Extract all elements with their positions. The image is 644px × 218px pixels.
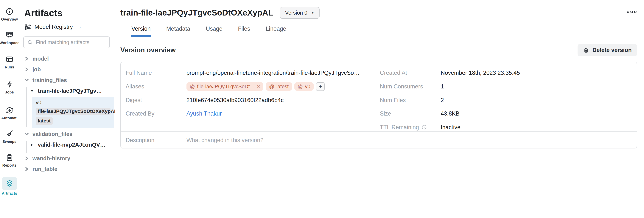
arrow-right-icon: →: [76, 24, 82, 30]
alias-chip[interactable]: @ v0: [294, 82, 314, 91]
nav-label: Artifacts: [2, 191, 17, 195]
tree-item-validation-files[interactable]: validation_files: [19, 129, 114, 139]
field-created-by: Created By Ayush Thakur: [126, 107, 222, 121]
nav-label: Reports: [2, 163, 16, 167]
tab-files[interactable]: Files: [238, 26, 250, 37]
page-title: train-file-laeJPQyJTgvcSoDtOXeXypAL: [120, 8, 273, 17]
full-name-value: prompt-eng/openai-finetune-integration/t…: [186, 70, 360, 76]
model-registry-icon: [24, 23, 31, 30]
triangle-right-icon: ▸: [30, 142, 34, 147]
chevron-right-icon: [25, 67, 29, 72]
tab-lineage[interactable]: Lineage: [266, 26, 286, 37]
delete-version-button[interactable]: Delete version: [578, 44, 637, 56]
tree-item-job[interactable]: job: [19, 64, 114, 75]
nav-item-artifacts[interactable]: Artifacts: [0, 177, 19, 195]
trash-icon: [583, 47, 589, 53]
tab-version[interactable]: Version: [132, 26, 151, 37]
field-num-files: Num Files 2: [380, 93, 444, 107]
nav-item-overview[interactable]: Overview: [0, 7, 19, 22]
nav-item-jobs[interactable]: Jobs: [0, 80, 19, 94]
nav-label: Runs: [5, 65, 14, 69]
remove-alias-icon[interactable]: ×: [257, 83, 260, 90]
search-icon: [27, 40, 33, 45]
automations-icon: [5, 106, 14, 115]
field-full-name: Full Name prompt-eng/openai-finetune-int…: [126, 66, 360, 80]
card-divider: [121, 131, 637, 132]
ttl-value: Inactive: [441, 124, 460, 131]
tab-bar: Version Metadata Usage Files Lineage: [114, 26, 644, 37]
chevron-down-icon: [25, 132, 29, 136]
main-content: train-file-laeJPQyJTgvcSoDtOXeXypAL Vers…: [114, 0, 644, 218]
alias-chip[interactable]: @ file-laeJPQyJTgvcSoDt… ×: [186, 82, 264, 91]
tab-usage[interactable]: Usage: [206, 26, 222, 37]
nav-label: Sweeps: [2, 139, 16, 144]
version-label: v0: [36, 99, 110, 106]
field-ttl: TTL Remaining Inactive: [380, 120, 460, 134]
nav-rail: Overview Workspace Runs Jobs: [0, 0, 19, 218]
model-registry-label: Model Registry: [34, 24, 73, 30]
field-num-consumers: Num Consumers 1: [380, 80, 444, 93]
version-dropdown-button[interactable]: Version 0 ▼: [280, 7, 320, 19]
panel-title: Artifacts: [24, 8, 114, 19]
description-input[interactable]: What changed in this version?: [186, 137, 264, 144]
tree-item-valid-file[interactable]: ▸ valid-file-nvp2AJtxmQV…: [19, 139, 114, 150]
tree-item-training-files[interactable]: training_files: [19, 75, 114, 85]
broom-icon: [5, 129, 14, 138]
nav-item-workspace[interactable]: Workspace: [0, 31, 19, 45]
alias-chip-latest[interactable]: latest: [36, 117, 53, 125]
nav-item-automations[interactable]: Automat.: [0, 106, 19, 120]
chevron-right-icon: [25, 56, 29, 61]
main-header: train-file-laeJPQyJTgvcSoDtOXeXypAL Vers…: [114, 0, 644, 26]
nav-label: Overview: [1, 17, 18, 22]
tree-item-wandb-history[interactable]: wandb-history: [19, 153, 114, 164]
tree-indent-guide: [26, 141, 27, 153]
workspace-icon: [5, 31, 14, 40]
num-files-value: 2: [441, 97, 444, 104]
field-size: Size 43.8KB: [380, 107, 460, 121]
chevron-down-icon: [25, 78, 29, 82]
caret-down-icon: ▼: [311, 11, 314, 15]
alias-chip-file[interactable]: file-laeJPQyJTgvcSoDtOXeXypAL: [36, 108, 110, 115]
created-by-link[interactable]: Ayush Thakur: [186, 110, 222, 117]
field-created-at: Created At November 18th, 2023 23:35:45: [380, 66, 520, 80]
nav-label: Workspace: [0, 41, 20, 45]
alias-chip[interactable]: @ latest: [266, 82, 292, 91]
tree-item-model[interactable]: model: [19, 54, 114, 64]
tree-item-train-file[interactable]: ▾ train-file-laeJPQyJTgv…: [19, 85, 114, 96]
nav-item-runs[interactable]: Runs: [0, 55, 19, 69]
section-title: Version overview: [120, 46, 176, 54]
nav-label: Automat.: [1, 116, 18, 120]
info-icon: [5, 7, 14, 16]
version-overview-card: Full Name prompt-eng/openai-finetune-int…: [120, 62, 637, 148]
field-aliases: Aliases @ file-laeJPQyJTgvcSoDt… × @ lat…: [126, 80, 324, 93]
nav-label: Jobs: [5, 90, 14, 94]
nav-item-reports[interactable]: Reports: [0, 153, 19, 167]
chevron-right-icon: [25, 167, 29, 171]
layers-icon: [2, 177, 17, 190]
triangle-down-icon: ▾: [30, 88, 34, 93]
num-consumers-value: 1: [441, 83, 444, 90]
tab-metadata[interactable]: Metadata: [166, 26, 190, 37]
runs-table-icon: [5, 55, 14, 64]
tree-selected-version[interactable]: v0 file-laeJPQyJTgvcSoDtOXeXypAL latest: [32, 97, 114, 128]
field-digest: Digest 210fe674e0530afb903160f22adb6b4c: [126, 93, 284, 107]
created-at-value: November 18th, 2023 23:35:45: [441, 70, 520, 76]
size-value: 43.8KB: [441, 110, 460, 117]
add-alias-button[interactable]: +: [316, 82, 324, 91]
clipboard-icon: [5, 153, 14, 162]
version-tab-content: Version overview Delete version Full Nam…: [114, 44, 644, 148]
lightning-icon: [5, 80, 14, 89]
info-icon[interactable]: [422, 125, 427, 130]
model-registry-link[interactable]: Model Registry →: [24, 23, 114, 30]
search-input[interactable]: [36, 39, 106, 46]
tree-item-run-table[interactable]: run_table: [19, 164, 114, 174]
tree-indent-guide: [26, 87, 27, 127]
field-description: Description What changed in this version…: [126, 133, 264, 147]
chevron-right-icon: [25, 156, 29, 161]
artifact-tree: model job training_files ▾ train-file-la…: [19, 54, 114, 174]
nav-item-sweeps[interactable]: Sweeps: [0, 129, 19, 144]
artifact-search[interactable]: [23, 37, 110, 48]
digest-value: 210fe674e0530afb903160f22adb6b4c: [186, 97, 284, 104]
artifact-browser-panel: Artifacts Model Registry → model job: [19, 0, 114, 218]
overflow-menu-icon[interactable]: [627, 11, 637, 13]
